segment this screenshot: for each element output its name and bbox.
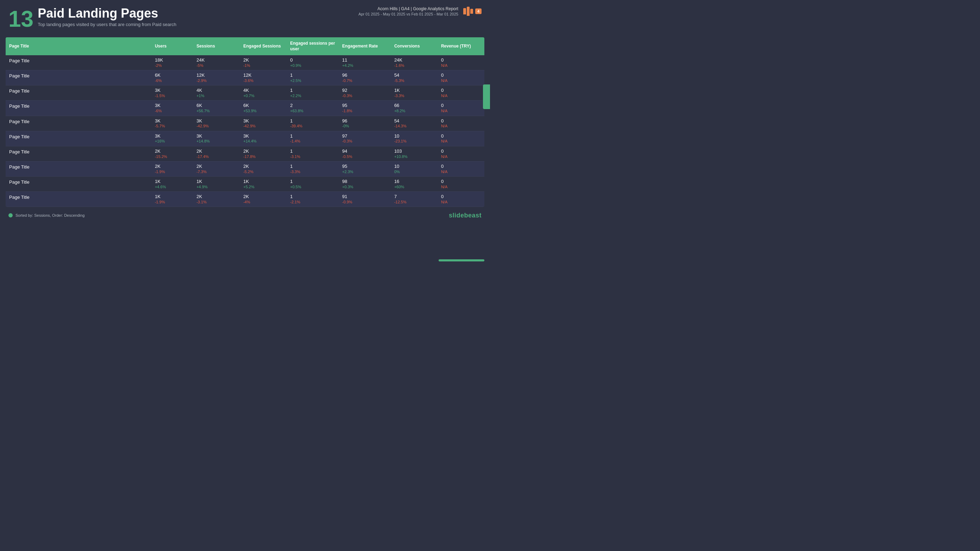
sort-label: Sorted by: Sessions, Order: Descending (16, 213, 84, 218)
data-cell: 1K -1.9% (151, 191, 193, 206)
cell-main-value: 3K (155, 133, 189, 139)
data-cell: 6K +53.9% (240, 101, 286, 116)
cell-main-value: 96 (342, 118, 387, 124)
data-cell: 0 N/A (438, 176, 484, 191)
data-cell: 0 N/A (438, 55, 484, 70)
cell-change-value: -0.7% (342, 78, 387, 83)
data-cell: 18K -2% (151, 55, 193, 70)
page-title-cell: Page Title (6, 55, 151, 70)
col-header-engagement-rate: Engagement Rate (339, 37, 391, 55)
data-cell: 66 +8.2% (391, 101, 438, 116)
data-cell: 2K -17.4% (193, 146, 240, 161)
header-info: Acorn Hills | GA4 | Google Analytics Rep… (358, 6, 458, 16)
page-title-cell: Page Title (6, 176, 151, 191)
data-cell: 1K +4.6% (151, 176, 193, 191)
cell-main-value: 1 (290, 118, 335, 124)
page-title-cell: Page Title (6, 131, 151, 146)
cell-main-value: 0 (441, 133, 481, 139)
data-cell: 2K -4% (240, 191, 286, 206)
data-cell: 3K -42.9% (193, 116, 240, 131)
cell-change-value: +0.9% (290, 64, 335, 68)
cell-main-value: 2K (243, 148, 283, 154)
cell-change-value: -3.3% (394, 94, 434, 98)
cell-main-value: 2K (196, 148, 236, 154)
report-date-range: Apr 01 2025 - May 01 2025 vs Feb 01 2025… (358, 12, 458, 16)
cell-main-value: 95 (342, 103, 387, 109)
cell-main-value: 0 (290, 57, 335, 64)
data-cell: 91 -0.9% (339, 191, 391, 206)
scrollbar-indicator[interactable] (439, 259, 484, 261)
cell-change-value: -0% (342, 124, 387, 129)
cell-main-value: 6K (243, 103, 283, 109)
cell-change-value: -5.2% (243, 170, 283, 174)
cell-main-value: 2 (290, 103, 335, 109)
cell-main-value: 2K (243, 164, 283, 170)
data-cell: 1K +5.2% (240, 176, 286, 191)
cell-main-value: 1 (290, 164, 335, 170)
data-cell: 3K -42.9% (240, 116, 286, 131)
cell-main-value: 3K (155, 87, 189, 94)
data-cell: 2K -1.9% (151, 161, 193, 176)
report-subtitle: Top landing pages visited by users that … (38, 22, 177, 27)
cell-main-value: 98 (342, 179, 387, 185)
data-cell: 2K -17.8% (240, 146, 286, 161)
table-row: Page Title3K -5.7%3K -42.9%3K -42.9%1 -3… (6, 116, 484, 131)
cell-change-value: +14.8% (196, 139, 236, 144)
cell-change-value: -1.5% (155, 94, 189, 98)
table-row: Page Title2K -1.9%2K -7.3%2K -5.2%1 -3.3… (6, 161, 484, 176)
cell-change-value: -14.3% (394, 124, 434, 129)
table-row: Page Title6K -6%12K -2.9%12K -3.6%1 +2.5… (6, 70, 484, 86)
cell-main-value: 3K (155, 118, 189, 124)
data-cell: 6K +56.7% (193, 101, 240, 116)
cell-change-value: +14.4% (243, 139, 283, 144)
data-cell: 11 +4.2% (339, 55, 391, 70)
data-cell: 2K -3.1% (193, 191, 240, 206)
cell-change-value: -0.3% (342, 139, 387, 144)
cell-change-value: N/A (441, 200, 481, 205)
data-cell: 0 N/A (438, 70, 484, 86)
cell-change-value: +10.8% (394, 154, 434, 159)
data-cell: 54 -5.3% (391, 70, 438, 86)
data-cell: 10 -23.1% (391, 131, 438, 146)
cell-main-value: 6K (196, 103, 236, 109)
page-title-text: Page Title (9, 88, 30, 94)
data-cell: 4K +0.7% (240, 86, 286, 101)
cell-main-value: 4K (196, 87, 236, 94)
data-cell: 2K -7.3% (193, 161, 240, 176)
page-title-cell: Page Title (6, 161, 151, 176)
table-row: Page Title3K +16%3K +14.8%3K +14.4%1 -1.… (6, 131, 484, 146)
cell-main-value: 2K (155, 164, 189, 170)
cell-main-value: 1 (290, 194, 335, 200)
sort-indicator-dot (8, 213, 13, 218)
cell-change-value: +4.2% (342, 64, 387, 68)
cell-main-value: 94 (342, 148, 387, 154)
cell-change-value: N/A (441, 170, 481, 174)
cell-main-value: 66 (394, 103, 434, 109)
col-header-engaged-per-user: Engaged sessions per user (286, 37, 339, 55)
cell-change-value: +2.5% (290, 78, 335, 83)
logo-bar-1 (463, 8, 466, 14)
cell-change-value: -4% (243, 200, 283, 205)
cell-main-value: 24K (394, 57, 434, 64)
cell-change-value: N/A (441, 185, 481, 189)
report-title: Paid Landing Pages (38, 6, 177, 21)
data-cell: 54 -14.3% (391, 116, 438, 131)
data-cell: 16 +60% (391, 176, 438, 191)
cell-main-value: 24K (196, 57, 236, 64)
col-header-revenue: Revenue (TRY) (438, 37, 484, 55)
data-cell: 24K -1.6% (391, 55, 438, 70)
cell-change-value: +60% (394, 185, 434, 189)
cell-main-value: 1K (196, 179, 236, 185)
cell-main-value: 7 (394, 194, 434, 200)
col-header-sessions: Sessions (193, 37, 240, 55)
cell-main-value: 91 (342, 194, 387, 200)
data-cell: 1 -3.3% (286, 161, 339, 176)
data-cell: 103 +10.8% (391, 146, 438, 161)
cell-change-value: +2.3% (342, 170, 387, 174)
data-cell: 1K +4.9% (193, 176, 240, 191)
header-title-block: Paid Landing Pages Top landing pages vis… (38, 6, 177, 27)
page-badge: 4 (475, 8, 482, 14)
cell-change-value: -2.9% (196, 78, 236, 83)
cell-change-value: -3.1% (196, 200, 236, 205)
logo-bar-3 (470, 9, 473, 14)
